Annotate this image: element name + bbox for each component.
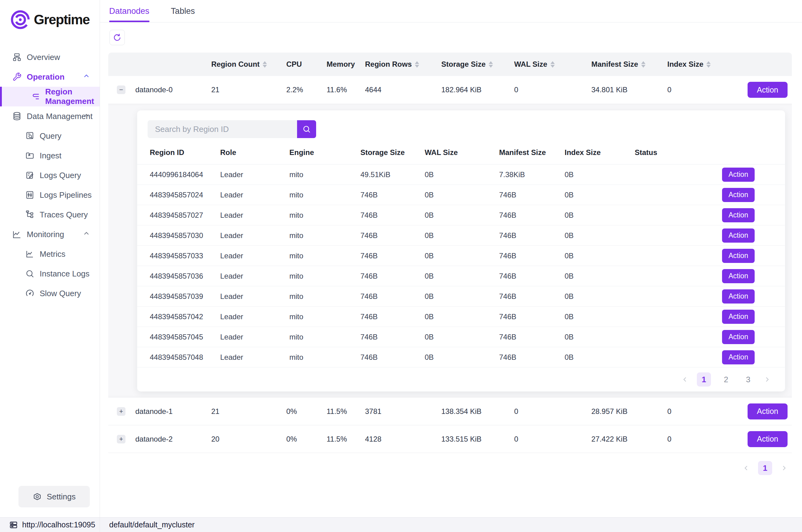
manifest-size-cell: 746B bbox=[499, 353, 565, 362]
sidebar-item-slow-query[interactable]: Slow Query bbox=[0, 284, 100, 303]
refresh-button[interactable] bbox=[110, 30, 125, 45]
collapse-row-button[interactable]: − bbox=[117, 86, 126, 94]
sidebar-item-label: Instance Logs bbox=[40, 269, 90, 279]
region-search-input[interactable] bbox=[148, 120, 297, 138]
sidebar-item-ingest[interactable]: Ingest bbox=[0, 146, 100, 166]
sidebar-item-query[interactable]: Query bbox=[0, 126, 100, 146]
settings-button[interactable]: Settings bbox=[18, 486, 90, 507]
region-action-button[interactable]: Action bbox=[722, 228, 755, 243]
list-tree-icon bbox=[31, 92, 40, 101]
next-page-icon[interactable] bbox=[780, 464, 788, 472]
page-2[interactable]: 2 bbox=[719, 373, 733, 386]
region-action-button[interactable]: Action bbox=[722, 208, 755, 222]
region-table-row: 4483945857030 Leader mito 746B 0B 746B 0… bbox=[137, 225, 785, 246]
region-table-row: 4483945857048 Leader mito 746B 0B 746B 0… bbox=[137, 347, 785, 367]
region-id-cell: 4483945857033 bbox=[150, 251, 220, 260]
sort-icon[interactable] bbox=[489, 61, 493, 68]
region-panel: Region ID Role Engine Storage Size WAL S… bbox=[137, 110, 785, 392]
col-storage-size: Storage Size bbox=[360, 148, 425, 157]
region-pagination: 1 2 3 bbox=[137, 367, 785, 392]
wrench-icon bbox=[12, 72, 21, 81]
sidebar-item-logs-pipelines[interactable]: Logs Pipelines bbox=[0, 185, 100, 205]
magnifier-icon bbox=[25, 269, 35, 278]
sidebar-item-operation[interactable]: Operation bbox=[0, 67, 100, 87]
sidebar-item-label: Ingest bbox=[40, 151, 61, 160]
manifest-size-cell: 7.38KiB bbox=[499, 170, 565, 179]
document-pencil-icon bbox=[25, 171, 35, 180]
tab-tables[interactable]: Tables bbox=[171, 0, 195, 22]
region-action-button[interactable]: Action bbox=[722, 188, 755, 202]
datanode-row-0: − datanode-0 21 2.2% 11.6% 4644 182.964 … bbox=[108, 76, 792, 103]
index-size-cell: 0B bbox=[565, 170, 635, 179]
chevron-up-icon[interactable] bbox=[82, 72, 90, 82]
engine-cell: mito bbox=[289, 231, 360, 240]
manifest-size-cell: 746B bbox=[499, 211, 565, 220]
region-action-button[interactable]: Action bbox=[722, 350, 755, 364]
sidebar-item-monitoring[interactable]: Monitoring bbox=[0, 225, 100, 244]
region-id-cell: 4483945857048 bbox=[150, 353, 220, 362]
speedometer-icon bbox=[25, 289, 35, 298]
page-1[interactable]: 1 bbox=[758, 461, 772, 475]
sort-icon[interactable] bbox=[263, 61, 267, 68]
datanode-action-button[interactable]: Action bbox=[748, 403, 787, 419]
datanodes-pagination: 1 bbox=[108, 456, 792, 480]
sidebar-item-data-management[interactable]: Data Management bbox=[0, 107, 100, 126]
region-table-row: 4483945857039 Leader mito 746B 0B 746B 0… bbox=[137, 286, 785, 307]
col-manifest-size: Manifest Size bbox=[591, 60, 638, 69]
sidebar-item-metrics[interactable]: Metrics bbox=[0, 244, 100, 264]
region-table-row: 4483945857024 Leader mito 746B 0B 746B 0… bbox=[137, 185, 785, 205]
role-cell: Leader bbox=[220, 333, 289, 341]
wal-size-cell: 0B bbox=[425, 251, 499, 260]
sitemap-icon bbox=[12, 53, 21, 62]
manifest-size-cell: 746B bbox=[499, 191, 565, 199]
region-id-cell: 4483945857024 bbox=[150, 191, 220, 199]
region-action-button[interactable]: Action bbox=[722, 269, 755, 283]
datanode-name: datanode-1 bbox=[135, 407, 211, 416]
sort-icon[interactable] bbox=[706, 61, 711, 68]
main-area: Datanodes Tables Region Count CPU Memory bbox=[100, 0, 802, 517]
col-region-count: Region Count bbox=[211, 60, 260, 69]
greptime-logo-icon bbox=[11, 10, 30, 30]
datanode-action-button[interactable]: Action bbox=[748, 82, 787, 98]
page-3[interactable]: 3 bbox=[741, 373, 755, 386]
col-manifest-size: Manifest Size bbox=[499, 148, 565, 157]
col-engine: Engine bbox=[289, 148, 360, 157]
sort-icon[interactable] bbox=[641, 61, 646, 68]
role-cell: Leader bbox=[220, 211, 289, 220]
role-cell: Leader bbox=[220, 272, 289, 281]
region-search-button[interactable] bbox=[297, 120, 316, 138]
next-page-icon[interactable] bbox=[763, 376, 771, 383]
region-action-button[interactable]: Action bbox=[722, 249, 755, 263]
manifest-size-cell: 746B bbox=[499, 231, 565, 240]
engine-cell: mito bbox=[289, 191, 360, 199]
storage-size-cell: 746B bbox=[360, 251, 425, 260]
page-1[interactable]: 1 bbox=[697, 373, 711, 386]
engine-cell: mito bbox=[289, 211, 360, 220]
sort-icon[interactable] bbox=[551, 61, 555, 68]
region-action-button[interactable]: Action bbox=[722, 310, 755, 324]
sidebar-item-traces-query[interactable]: Traces Query bbox=[0, 205, 100, 225]
tab-datanodes[interactable]: Datanodes bbox=[109, 0, 150, 22]
sidebar-item-region-management[interactable]: Region Management bbox=[0, 87, 100, 107]
region-action-button[interactable]: Action bbox=[722, 168, 755, 182]
engine-cell: mito bbox=[289, 312, 360, 321]
prev-page-icon[interactable] bbox=[742, 464, 750, 472]
sidebar-item-logs-query[interactable]: Logs Query bbox=[0, 166, 100, 185]
region-action-button[interactable]: Action bbox=[722, 289, 755, 304]
datanode-0-expansion: Region ID Role Engine Storage Size WAL S… bbox=[108, 103, 792, 398]
region-action-button[interactable]: Action bbox=[722, 330, 755, 344]
expand-row-button[interactable]: + bbox=[117, 407, 126, 416]
sort-icon[interactable] bbox=[415, 61, 419, 68]
sidebar-item-overview[interactable]: Overview bbox=[0, 48, 100, 67]
storage-size-cell: 746B bbox=[360, 312, 425, 321]
sidebar-item-instance-logs[interactable]: Instance Logs bbox=[0, 264, 100, 284]
expand-row-button[interactable]: + bbox=[117, 435, 126, 443]
role-cell: Leader bbox=[220, 292, 289, 301]
datanode-action-button[interactable]: Action bbox=[748, 431, 787, 447]
hierarchy-icon bbox=[25, 210, 35, 219]
app-window: Greptime Overview Operation bbox=[0, 0, 802, 532]
storage-size-cell: 49.51KiB bbox=[360, 170, 425, 179]
chevron-up-icon[interactable] bbox=[82, 229, 90, 240]
chevron-up-icon[interactable] bbox=[82, 111, 90, 121]
prev-page-icon[interactable] bbox=[681, 376, 689, 383]
